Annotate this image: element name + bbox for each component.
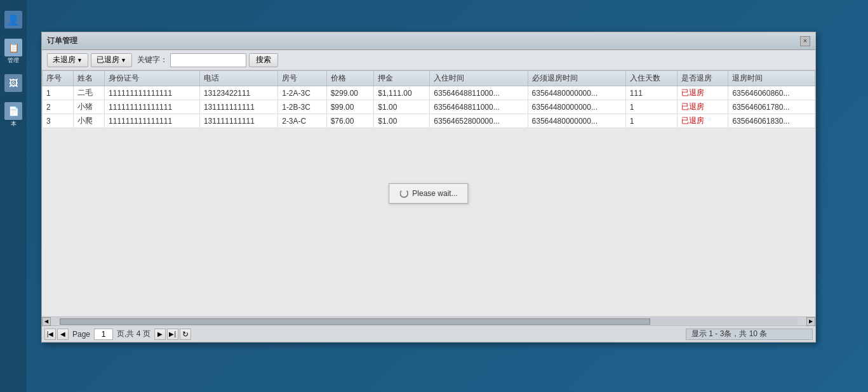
sidebar-icon-3[interactable]: 🖼 [2, 69, 25, 98]
please-wait-text: Please wait... [412, 189, 457, 198]
cell-checkout: 63564480000000... [528, 114, 625, 128]
cell-id: 111111111111111 [105, 114, 200, 128]
col-seq: 序号 [43, 71, 74, 86]
last-page-button[interactable]: ▶| [167, 329, 178, 340]
cell-id: 111111111111111 [105, 100, 200, 114]
sidebar-label-2: 管理 [8, 58, 19, 64]
please-wait-dialog: Please wait... [389, 183, 468, 204]
next-page-button[interactable]: ▶ [154, 329, 166, 340]
search-button[interactable]: 搜索 [249, 53, 278, 67]
col-phone: 电话 [199, 71, 277, 86]
col-room: 房号 [278, 71, 326, 86]
window-titlebar: 订单管理 × [42, 32, 815, 50]
cell-price: $76.00 [326, 114, 374, 128]
cell-room: 1-2B-3C [278, 100, 326, 114]
cell-name: 二毛 [74, 86, 105, 100]
status-text: 显示 1 - 3条，共 10 条 [686, 329, 813, 340]
horizontal-scrollbar[interactable]: ◀ ▶ [42, 317, 815, 325]
page-number-input[interactable] [94, 329, 113, 340]
cell-phone: 131111111111 [199, 114, 277, 128]
cell-checkout_time: 635646061780... [728, 100, 815, 114]
scrollbar-track [60, 318, 798, 325]
col-days: 入住天数 [625, 71, 677, 86]
cell-status: 已退房 [677, 100, 728, 114]
cell-price: $299.00 [326, 86, 374, 100]
table-row[interactable]: 2小猪1111111111111111311111111111-2B-3C$99… [43, 100, 815, 114]
cell-days: 111 [625, 86, 677, 100]
cell-deposit: $1,111.00 [374, 86, 430, 100]
window-statusbar: |◀ ◀ Page 页,共 4 页 ▶ ▶| ↻ 显示 1 - 3条，共 10 … [42, 325, 815, 342]
first-page-button[interactable]: |◀ [44, 329, 56, 340]
page-label: Page [72, 330, 90, 339]
desktop: 👤 📋 管理 🖼 📄 本 订单管理 × [0, 0, 868, 392]
window-toolbar: 未退房 ▼ 已退房 ▼ 关键字： 搜索 [42, 50, 815, 70]
search-label: 关键字： [137, 55, 168, 65]
sidebar: 👤 📋 管理 🖼 📄 本 [0, 0, 27, 392]
close-button[interactable]: × [800, 36, 810, 46]
table-row[interactable]: 1二毛111111111111111131234221111-2A-3C$299… [43, 86, 815, 100]
refresh-button[interactable]: ↻ [180, 329, 191, 340]
prev-page-button[interactable]: ◀ [57, 329, 69, 340]
scrollbar-thumb[interactable] [60, 318, 650, 325]
loading-spinner [399, 189, 408, 198]
col-checkin: 入住时间 [430, 71, 528, 86]
cell-checkout: 63564480000000... [528, 100, 625, 114]
cell-status: 已退房 [677, 86, 728, 100]
window-title: 订单管理 [47, 36, 77, 46]
cell-phone: 13123422111 [199, 86, 277, 100]
cell-checkout: 63564480000000... [528, 86, 625, 100]
col-id: 身份证号 [105, 71, 200, 86]
cell-deposit: $1.00 [374, 114, 430, 128]
unreturned-button[interactable]: 未退房 ▼ [47, 53, 88, 67]
scroll-right-arrow[interactable]: ▶ [806, 317, 815, 326]
sidebar-icon-2[interactable]: 📋 管理 [2, 37, 25, 66]
data-table: 序号 姓名 身份证号 电话 房号 价格 押金 入住时间 必须退房时间 入住天数 … [42, 70, 815, 128]
cell-checkout_time: 635646061830... [728, 114, 815, 128]
window-content: 序号 姓名 身份证号 电话 房号 价格 押金 入住时间 必须退房时间 入住天数 … [42, 70, 815, 317]
col-checkout-time: 退房时间 [728, 71, 815, 86]
returned-button[interactable]: 已退房 ▼ [91, 53, 132, 67]
cell-name: 小猪 [74, 100, 105, 114]
sidebar-icon-1[interactable]: 👤 [2, 5, 25, 34]
total-pages-label: 页,共 4 页 [117, 329, 150, 339]
cell-seq: 3 [43, 114, 74, 128]
cell-checkin: 63564652800000... [430, 114, 528, 128]
cell-days: 1 [625, 100, 677, 114]
cell-seq: 2 [43, 100, 74, 114]
search-input[interactable] [170, 53, 246, 67]
cell-checkin: 63564648811000... [430, 100, 528, 114]
cell-status: 已退房 [677, 114, 728, 128]
cell-days: 1 [625, 114, 677, 128]
col-status: 是否退房 [677, 71, 728, 86]
dropdown-arrow-1: ▼ [77, 57, 83, 63]
table-header-row: 序号 姓名 身份证号 电话 房号 价格 押金 入住时间 必须退房时间 入住天数 … [43, 71, 815, 86]
col-deposit: 押金 [374, 71, 430, 86]
cell-price: $99.00 [326, 100, 374, 114]
table-row[interactable]: 3小爬1111111111111111311111111112-3A-C$76.… [43, 114, 815, 128]
cell-seq: 1 [43, 86, 74, 100]
cell-id: 111111111111111 [105, 86, 200, 100]
col-checkout-required: 必须退房时间 [528, 71, 625, 86]
dropdown-arrow-2: ▼ [121, 57, 126, 63]
sidebar-label-4: 本 [11, 121, 17, 127]
main-window: 订单管理 × 未退房 ▼ 已退房 ▼ 关键字： 搜索 序号 [41, 32, 816, 343]
cell-deposit: $1.00 [374, 100, 430, 114]
cell-checkout_time: 635646060860... [728, 86, 815, 100]
cell-room: 1-2A-3C [278, 86, 326, 100]
cell-checkin: 63564648811000... [430, 86, 528, 100]
cell-name: 小爬 [74, 114, 105, 128]
cell-phone: 131111111111 [199, 100, 277, 114]
col-price: 价格 [326, 71, 374, 86]
cell-room: 2-3A-C [278, 114, 326, 128]
sidebar-icon-4[interactable]: 📄 本 [2, 100, 25, 129]
col-name: 姓名 [74, 71, 105, 86]
scroll-left-arrow[interactable]: ◀ [42, 317, 51, 326]
